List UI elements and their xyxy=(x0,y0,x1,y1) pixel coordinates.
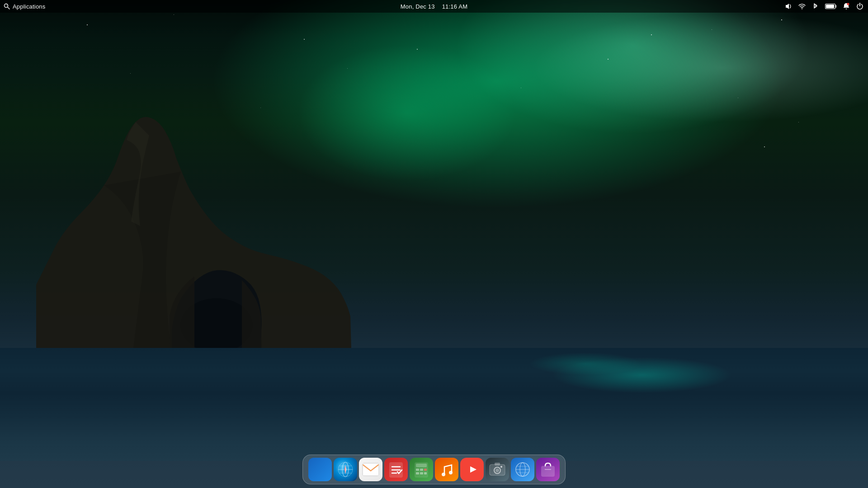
dock-item-mail[interactable] xyxy=(359,458,382,481)
svg-point-28 xyxy=(449,471,453,474)
dock-item-browser[interactable] xyxy=(334,458,357,481)
time-display: 11:16 AM xyxy=(442,3,468,10)
wifi-icon[interactable] xyxy=(797,2,807,11)
svg-rect-22 xyxy=(420,469,423,471)
svg-rect-21 xyxy=(416,469,419,471)
applications-menu[interactable]: Applications xyxy=(13,3,46,10)
dock xyxy=(302,455,566,484)
svg-point-7 xyxy=(847,3,849,5)
dock-item-prefs[interactable] xyxy=(511,458,534,481)
svg-point-27 xyxy=(442,473,445,476)
notification-icon[interactable] xyxy=(842,2,851,11)
dock-item-music[interactable] xyxy=(435,458,458,481)
svg-rect-31 xyxy=(495,463,500,465)
dock-item-mosaic[interactable] xyxy=(308,458,332,481)
dock-item-tasks[interactable] xyxy=(384,458,408,481)
svg-line-2 xyxy=(8,7,9,9)
svg-rect-40 xyxy=(541,466,555,477)
svg-rect-23 xyxy=(424,469,427,471)
svg-rect-25 xyxy=(420,472,423,474)
topbar-left: Applications xyxy=(4,3,46,10)
svg-point-1 xyxy=(5,4,8,8)
svg-rect-13 xyxy=(363,463,379,476)
date-display: Mon, Dec 13 xyxy=(401,3,435,10)
svg-point-3 xyxy=(802,9,802,9)
topbar-center: Mon, Dec 13 11:16 AM xyxy=(401,3,467,10)
svg-point-33 xyxy=(495,469,499,472)
dock-item-shop[interactable] xyxy=(536,458,560,481)
svg-rect-24 xyxy=(416,472,419,474)
svg-rect-6 xyxy=(826,5,834,8)
dock-item-calculator[interactable] xyxy=(410,458,433,481)
ocean xyxy=(0,348,868,461)
volume-icon[interactable] xyxy=(784,2,793,11)
power-icon[interactable] xyxy=(855,2,864,11)
bluetooth-icon[interactable] xyxy=(811,2,820,11)
svg-rect-26 xyxy=(424,472,427,474)
battery-icon[interactable] xyxy=(825,2,837,11)
dock-item-photos[interactable] xyxy=(486,458,509,481)
topbar: Applications Mon, Dec 13 11:16 AM xyxy=(0,0,868,13)
topbar-right xyxy=(784,2,864,11)
svg-point-34 xyxy=(500,466,502,468)
svg-rect-20 xyxy=(416,464,427,467)
dock-item-youtube[interactable] xyxy=(460,458,484,481)
svg-rect-5 xyxy=(835,5,837,8)
search-icon xyxy=(4,3,11,9)
